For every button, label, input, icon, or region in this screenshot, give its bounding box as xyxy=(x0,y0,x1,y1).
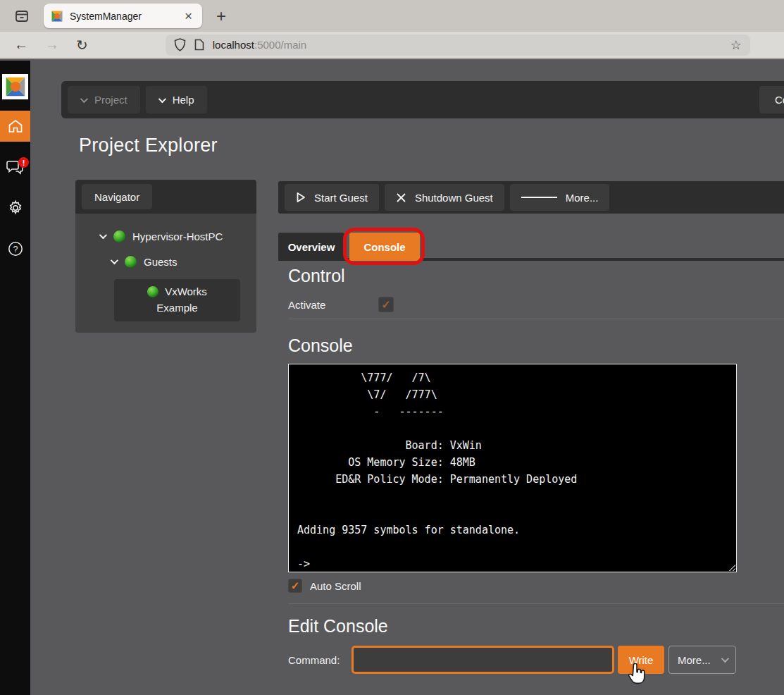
console-terminal[interactable]: \777/ /7\ \7/ /777\ - ------- Board: VxW… xyxy=(288,364,737,572)
more-actions-label: More... xyxy=(566,192,599,204)
tab-title: SystemManager xyxy=(70,11,182,22)
app-sidebar: ! ? xyxy=(0,61,30,695)
help-icon: ? xyxy=(7,240,24,257)
start-guest-label: Start Guest xyxy=(314,192,368,204)
top-menu-bar: Project Help Co xyxy=(61,81,784,118)
autoscroll-checkbox[interactable]: ✓ xyxy=(288,579,302,593)
sidebar-item-home[interactable] xyxy=(0,111,30,142)
bookmark-star-icon[interactable]: ☆ xyxy=(730,37,742,53)
section-divider xyxy=(288,603,784,604)
app-main: Project Help Co Project Explorer Navigat… xyxy=(30,61,784,695)
tree-item-hypervisor-hostpc[interactable]: Hypervisor-HostPC xyxy=(75,223,256,249)
edit-console-heading: Edit Console xyxy=(288,615,784,636)
check-icon: ✓ xyxy=(381,298,390,312)
browser-toolbar: ← → ↻ localhost:5000/main ☆ xyxy=(0,32,784,59)
write-button[interactable]: Write xyxy=(618,646,664,674)
tab-console[interactable]: Console xyxy=(349,233,420,261)
url-host: localhost xyxy=(213,39,254,51)
tab-overview[interactable]: Overview xyxy=(278,233,344,261)
navigator-tab[interactable]: Navigator xyxy=(82,184,152,209)
navigator-tree: Hypervisor-HostPC Guests VxWorks Example xyxy=(75,214,256,333)
more-actions-button[interactable]: More... xyxy=(510,184,610,211)
browser-tab-systemmanager[interactable]: SystemManager × xyxy=(44,4,202,28)
forward-icon: → xyxy=(37,37,68,53)
section-divider xyxy=(288,319,784,319)
chevron-down-icon xyxy=(721,655,729,663)
menu-help-label: Help xyxy=(173,94,194,106)
page-title: Project Explorer xyxy=(79,135,218,156)
shield-icon[interactable] xyxy=(174,38,186,51)
tree-item-label: Hypervisor-HostPC xyxy=(132,230,223,242)
more-commands-dropdown[interactable]: More... xyxy=(668,646,736,674)
chevron-down-icon[interactable] xyxy=(99,231,107,239)
menu-project-button[interactable]: Project xyxy=(68,86,140,113)
browser-tab-bar: SystemManager × + xyxy=(0,0,784,32)
menu-icon xyxy=(521,195,557,200)
url-path: :5000/main xyxy=(254,39,306,51)
tab-close-icon[interactable]: × xyxy=(182,9,195,23)
page-icon[interactable] xyxy=(194,39,204,51)
new-tab-icon[interactable]: + xyxy=(212,8,230,25)
app-logo xyxy=(2,74,28,99)
play-icon xyxy=(296,192,306,203)
gear-icon xyxy=(7,199,24,216)
sidebar-item-messages[interactable]: ! xyxy=(0,152,30,183)
console-output: \777/ /7\ \7/ /777\ - ------- Board: VxW… xyxy=(289,364,736,572)
more-commands-label: More... xyxy=(678,654,711,666)
navigator-header: Navigator xyxy=(75,180,256,214)
browser-chrome: SystemManager × + ← → ↻ localhost:5000/m… xyxy=(0,0,784,61)
chevron-down-icon[interactable] xyxy=(111,257,118,264)
start-guest-button[interactable]: Start Guest xyxy=(285,184,379,211)
menu-connect-button[interactable]: Co xyxy=(759,86,784,113)
url-bar[interactable]: localhost:5000/main ☆ xyxy=(166,35,750,56)
tree-item-label: Guests xyxy=(144,256,178,268)
status-green-icon xyxy=(125,256,137,268)
work-area: Start Guest Shutdown Guest More... Overv… xyxy=(278,181,784,674)
control-section: Control Activate ✓ xyxy=(278,265,784,319)
reload-icon[interactable]: ↻ xyxy=(68,37,97,54)
menu-help-button[interactable]: Help xyxy=(146,86,207,113)
notification-badge: ! xyxy=(18,157,29,168)
console-section: Console \777/ /7\ \7/ /777\ - ------- Bo… xyxy=(278,335,784,604)
tree-item-label: VxWorks xyxy=(165,285,207,297)
shutdown-guest-button[interactable]: Shutdown Guest xyxy=(385,184,504,211)
sidebar-item-settings[interactable] xyxy=(0,192,30,223)
status-green-icon xyxy=(113,230,125,242)
tree-item-label: Example xyxy=(114,300,240,316)
command-input[interactable] xyxy=(351,646,614,674)
x-icon xyxy=(396,192,406,203)
app-favicon xyxy=(51,10,63,23)
browser-tabs-icon[interactable] xyxy=(11,6,32,27)
activate-label: Activate xyxy=(288,299,378,311)
svg-text:?: ? xyxy=(13,245,18,254)
home-icon xyxy=(7,118,24,135)
chevron-down-icon xyxy=(80,94,88,102)
menu-project-label: Project xyxy=(94,94,127,106)
guest-action-bar: Start Guest Shutdown Guest More... xyxy=(278,181,784,214)
chevron-down-icon xyxy=(158,94,166,102)
tree-item-vxworks-example[interactable]: VxWorks Example xyxy=(114,279,240,321)
activate-checkbox[interactable]: ✓ xyxy=(378,297,394,312)
detail-tab-strip: Overview Console xyxy=(278,233,784,261)
edit-console-section: Edit Console Command: Write More... xyxy=(278,615,784,674)
console-heading: Console xyxy=(288,335,784,356)
menu-connect-label: Co xyxy=(775,94,784,106)
sidebar-item-help[interactable]: ? xyxy=(0,233,30,264)
command-label: Command: xyxy=(288,654,351,666)
control-heading: Control xyxy=(288,265,784,286)
navigator-panel: Navigator Hypervisor-HostPC Guests VxWor… xyxy=(75,180,256,333)
check-icon: ✓ xyxy=(291,579,300,592)
shutdown-guest-label: Shutdown Guest xyxy=(415,192,493,204)
tree-item-guests[interactable]: Guests xyxy=(75,249,256,274)
status-green-icon xyxy=(147,286,158,297)
back-icon[interactable]: ← xyxy=(6,37,37,53)
autoscroll-label: Auto Scroll xyxy=(310,580,361,592)
